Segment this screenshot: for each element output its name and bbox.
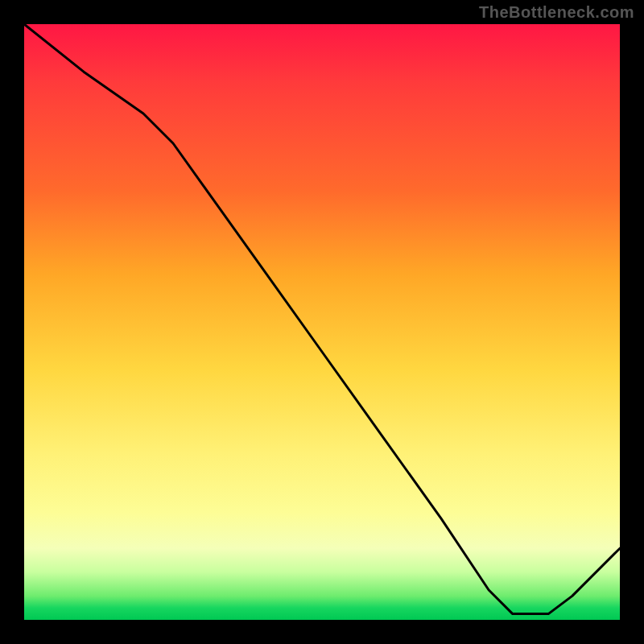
bottleneck-curve [24,24,620,620]
watermark-text: TheBottleneck.com [479,3,634,22]
plot-area [24,24,620,620]
chart-frame: TheBottleneck.com [0,0,644,644]
